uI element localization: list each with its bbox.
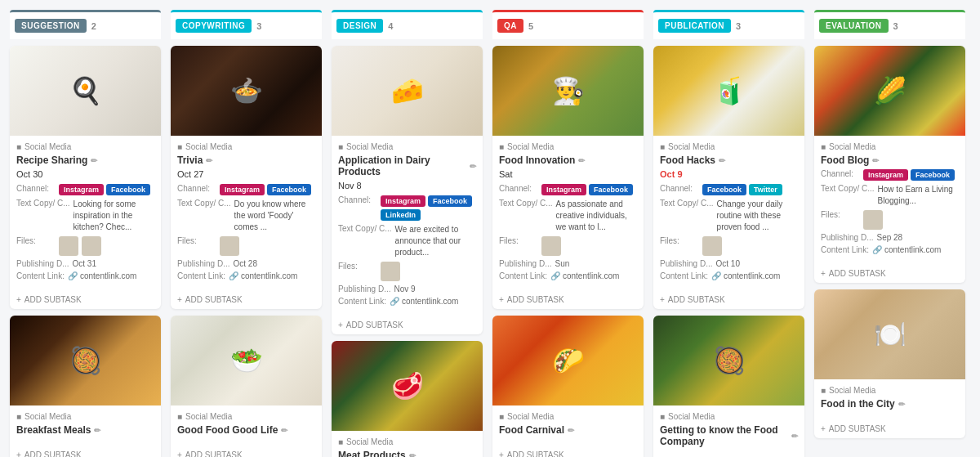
card[interactable]: 🥘■ Social MediaBreakfast Meals ✏+ ADD SU… — [10, 316, 161, 457]
channel-row: Channel:InstagramFacebook — [177, 184, 315, 195]
tag-facebook: Facebook — [589, 184, 633, 195]
tag-instagram: Instagram — [381, 195, 425, 207]
files-label: Files: — [499, 236, 538, 245]
files-row: Files: — [177, 236, 315, 256]
card-title: Recipe Sharing ✏ — [16, 155, 154, 166]
add-subtask-button[interactable]: + ADD SUBTASK — [10, 290, 161, 309]
add-subtask-button[interactable]: + ADD SUBTASK — [10, 446, 161, 457]
content-link[interactable]: 🔗contentlink.com — [872, 245, 941, 254]
category-label: Social Media — [24, 412, 71, 421]
files-content — [541, 236, 561, 256]
title-text: Breakfast Meals — [16, 424, 91, 436]
channel-row: Channel:InstagramFacebook — [499, 184, 637, 195]
content-link-row: Content Link:🔗contentlink.com — [660, 271, 798, 280]
category-label: Social Media — [668, 142, 715, 151]
edit-icon[interactable]: ✏ — [898, 400, 905, 409]
edit-icon[interactable]: ✏ — [791, 432, 798, 441]
edit-icon[interactable]: ✏ — [281, 426, 287, 435]
category-label: Social Media — [346, 142, 393, 151]
files-content — [59, 236, 101, 256]
channel-label: Channel: — [821, 169, 860, 178]
column-copywriting: COPYWRITING3🍲■ Social MediaTrivia ✏Oct 2… — [171, 10, 322, 457]
edit-icon[interactable]: ✏ — [409, 451, 416, 458]
category-label: Social Media — [829, 142, 875, 151]
title-text: Good Food Good Life — [177, 424, 278, 436]
publishing-date-row: Publishing D...Nov 9 — [338, 285, 476, 293]
card[interactable]: 🥘■ Social MediaGetting to know the Food … — [653, 316, 804, 457]
text-copy-label: Text Copy/ C... — [499, 199, 553, 208]
add-subtask-button[interactable]: + ADD SUBTASK — [653, 290, 804, 309]
category-dot: ■ — [499, 142, 504, 151]
channel-tags: InstagramFacebook — [59, 184, 150, 195]
edit-icon[interactable]: ✏ — [578, 156, 585, 165]
column-publication: PUBLICATION3🧃■ Social MediaFood Hacks ✏O… — [653, 10, 804, 457]
card[interactable]: 🌽■ Social MediaFood Blog ✏Channel:Instag… — [814, 46, 965, 283]
link-icon: 🔗 — [229, 271, 238, 280]
publishing-date: Sep 28 — [876, 233, 902, 242]
files-content — [863, 210, 883, 230]
add-subtask-button[interactable]: + ADD SUBTASK — [492, 446, 644, 457]
edit-icon[interactable]: ✏ — [719, 156, 725, 165]
title-text: Recipe Sharing — [16, 155, 87, 166]
content-link[interactable]: 🔗contentlink.com — [229, 271, 297, 280]
card-category: ■ Social Media — [821, 142, 959, 151]
content-link[interactable]: 🔗contentlink.com — [68, 271, 136, 280]
col-count-qa: 5 — [528, 21, 533, 31]
text-copy-row: Text Copy/ C...Do you know where the wor… — [177, 199, 315, 233]
add-subtask-button[interactable]: + ADD SUBTASK — [492, 290, 644, 309]
tag-instagram: Instagram — [541, 184, 586, 195]
category-label: Social Media — [507, 142, 554, 151]
content-link[interactable]: 🔗contentlink.com — [711, 271, 780, 280]
card[interactable]: 👨‍🍳■ Social MediaFood Innovation ✏SatCha… — [492, 46, 644, 309]
publishing-label: Publishing D... — [177, 259, 229, 268]
edit-icon[interactable]: ✏ — [94, 426, 100, 435]
edit-icon[interactable]: ✏ — [470, 162, 476, 171]
card[interactable]: 🥗■ Social MediaGood Food Good Life ✏+ AD… — [171, 316, 322, 457]
category-dot: ■ — [338, 142, 343, 151]
publishing-label: Publishing D... — [660, 259, 712, 268]
tag-twitter: Twitter — [749, 184, 782, 195]
card[interactable]: 🍽️■ Social MediaFood in the City ✏+ ADD … — [814, 289, 965, 438]
add-subtask-button[interactable]: + ADD SUBTASK — [814, 419, 965, 438]
card-image: 🥘 — [10, 316, 161, 405]
card-date: Oct 27 — [177, 169, 315, 179]
add-subtask-button[interactable]: + ADD SUBTASK — [814, 264, 965, 283]
text-copy-row: Text Copy/ C...How to Earn a Living Blog… — [821, 184, 959, 207]
card[interactable]: 🥩■ Social MediaMeat Products ✏+ ADD SUBT… — [332, 341, 483, 457]
link-icon: 🔗 — [872, 245, 882, 254]
edit-icon[interactable]: ✏ — [568, 426, 574, 435]
files-row: Files: — [660, 236, 798, 256]
channel-tags: InstagramFacebookLinkedIn — [381, 195, 476, 221]
category-label: Social Media — [507, 412, 554, 421]
card-category: ■ Social Media — [16, 412, 154, 421]
content-link[interactable]: 🔗contentlink.com — [390, 297, 458, 306]
card[interactable]: 🧃■ Social MediaFood Hacks ✏Oct 9Channel:… — [653, 46, 804, 309]
edit-icon[interactable]: ✏ — [91, 156, 97, 165]
add-subtask-button[interactable]: + ADD SUBTASK — [171, 290, 322, 309]
category-dot: ■ — [499, 412, 504, 421]
edit-icon[interactable]: ✏ — [872, 156, 879, 165]
add-subtask-button[interactable]: + ADD SUBTASK — [171, 446, 322, 457]
content-link-label: Content Link: — [821, 245, 869, 254]
edit-icon[interactable]: ✏ — [206, 156, 212, 165]
card-image: 🍲 — [171, 46, 322, 136]
card-category: ■ Social Media — [177, 412, 315, 421]
title-text: Food Innovation — [499, 155, 575, 166]
column-suggestion: SUGGESTION2🍳■ Social MediaRecipe Sharing… — [10, 10, 161, 457]
card-category: ■ Social Media — [660, 142, 798, 151]
card[interactable]: 🍲■ Social MediaTrivia ✏Oct 27Channel:Ins… — [171, 46, 322, 309]
channel-label: Channel: — [338, 195, 377, 204]
file-thumb — [82, 236, 101, 256]
publishing-date-row: Publishing D...Sep 28 — [821, 233, 959, 242]
category-label: Social Media — [668, 412, 715, 421]
file-thumb — [381, 262, 400, 281]
add-subtask-button[interactable]: + ADD SUBTASK — [332, 316, 483, 334]
content-link[interactable]: 🔗contentlink.com — [550, 271, 619, 280]
card-category: ■ Social Media — [338, 437, 476, 446]
card[interactable]: 🌮■ Social MediaFood Carnival ✏+ ADD SUBT… — [492, 316, 644, 457]
card-image: 🌮 — [492, 316, 644, 405]
category-dot: ■ — [177, 412, 182, 421]
card[interactable]: 🍳■ Social MediaRecipe Sharing ✏Oct 30Cha… — [10, 46, 161, 309]
card[interactable]: 🧀■ Social MediaApplication in Dairy Prod… — [332, 46, 483, 334]
category-dot: ■ — [16, 412, 21, 421]
